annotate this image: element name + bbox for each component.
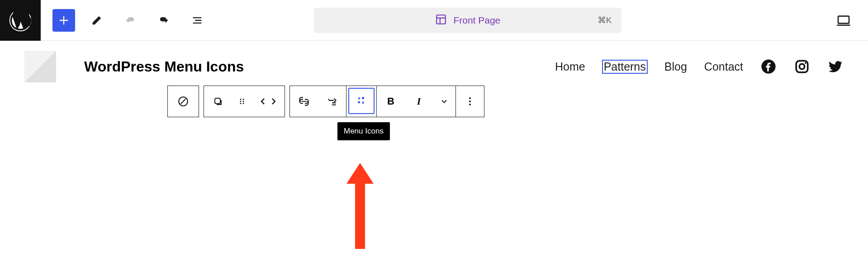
- site-title[interactable]: WordPress Menu Icons: [84, 58, 244, 75]
- svg-rect-1: [437, 15, 446, 24]
- edit-tool-button[interactable]: [85, 9, 109, 32]
- annotation-arrow: [355, 181, 365, 249]
- bold-button[interactable]: B: [377, 86, 405, 117]
- svg-point-17: [240, 103, 242, 104]
- more-options-button[interactable]: [456, 86, 484, 117]
- svg-point-23: [469, 100, 471, 102]
- svg-point-8: [799, 64, 804, 69]
- menu-icons-button[interactable]: [348, 88, 375, 114]
- site-navigation-row: WordPress Menu Icons Home Patterns Blog …: [24, 51, 844, 82]
- svg-point-16: [243, 101, 244, 102]
- svg-line-11: [181, 99, 186, 104]
- svg-point-18: [243, 103, 244, 104]
- device-view-button[interactable]: [832, 9, 855, 32]
- block-tools-group-2: B I: [289, 86, 484, 117]
- block-toolbar: B I: [167, 86, 484, 117]
- keyboard-shortcut-hint: ⌘K: [598, 15, 612, 25]
- instagram-icon[interactable]: [794, 58, 810, 75]
- twitter-icon[interactable]: [827, 58, 844, 75]
- nav-item-home[interactable]: Home: [555, 60, 585, 73]
- select-parent-button[interactable]: [204, 86, 232, 117]
- add-block-button[interactable]: [52, 9, 75, 32]
- italic-button[interactable]: I: [405, 86, 433, 117]
- tooltip: Menu Icons: [337, 122, 390, 140]
- more-rich-text-button[interactable]: [433, 86, 455, 117]
- svg-rect-21: [358, 101, 360, 103]
- drag-handle-button[interactable]: [232, 86, 252, 117]
- link-button[interactable]: [290, 86, 318, 117]
- svg-point-13: [240, 99, 242, 100]
- svg-point-14: [243, 99, 244, 100]
- wordpress-logo[interactable]: [0, 0, 41, 41]
- svg-point-22: [469, 97, 471, 99]
- block-type-button[interactable]: [167, 86, 199, 117]
- nav-right-group: Home Patterns Blog Contact: [555, 58, 844, 75]
- undo-button: [119, 9, 142, 32]
- toolbar-left-group: [41, 9, 209, 32]
- nav-item-patterns[interactable]: Patterns: [602, 60, 647, 73]
- facebook-icon[interactable]: [760, 58, 777, 75]
- svg-rect-12: [215, 98, 220, 104]
- redo-button[interactable]: [152, 9, 175, 32]
- move-block-button[interactable]: [252, 86, 285, 117]
- nav-item-blog[interactable]: Blog: [664, 60, 687, 73]
- page-title-label: Front Page: [453, 15, 500, 26]
- document-overview-button[interactable]: [185, 9, 209, 32]
- block-tools-group-1: [204, 86, 285, 117]
- submenu-button[interactable]: [318, 86, 346, 117]
- editor-topbar: Front Page ⌘K: [0, 0, 868, 41]
- toolbar-divider: [346, 86, 346, 117]
- nav-item-contact[interactable]: Contact: [704, 60, 743, 73]
- editor-canvas: WordPress Menu Icons Home Patterns Blog …: [0, 41, 868, 82]
- command-center[interactable]: Front Page ⌘K: [314, 8, 621, 33]
- svg-rect-4: [838, 16, 849, 23]
- site-logo-placeholder[interactable]: [24, 51, 56, 82]
- svg-point-24: [469, 104, 471, 105]
- svg-point-15: [240, 101, 242, 102]
- svg-point-9: [805, 62, 806, 64]
- template-icon: [435, 14, 447, 27]
- svg-rect-5: [837, 24, 850, 26]
